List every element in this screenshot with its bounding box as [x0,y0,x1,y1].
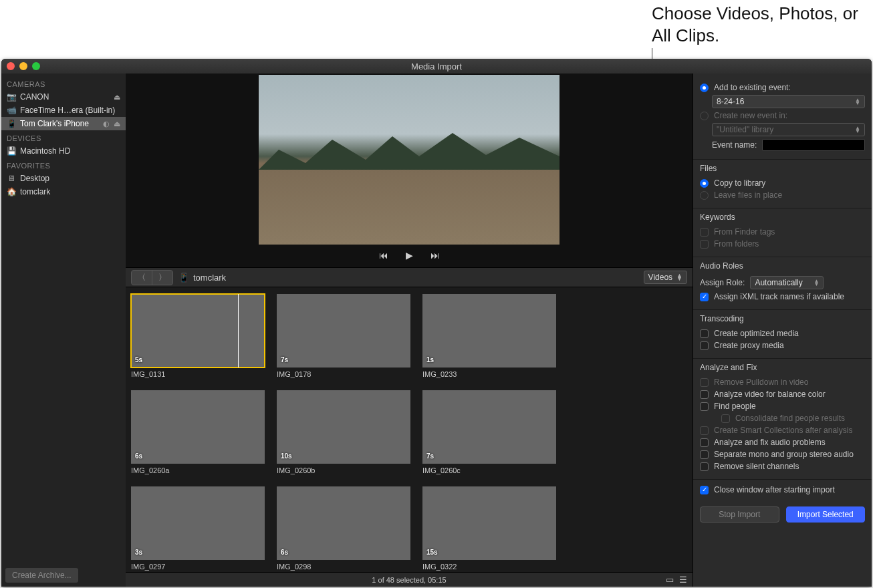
assign-role-select[interactable]: Automatically ▲▼ [750,276,824,289]
sidebar-item-label: tomclark [20,187,120,196]
new-event-value: "Untitled" library [717,125,773,134]
sidebar-item-desktop[interactable]: 🖥 Desktop [1,172,126,185]
create-new-event-row[interactable]: Create new event in: [700,110,865,122]
check-remove-silent[interactable] [700,462,709,471]
check-balance-color[interactable] [700,390,709,399]
window-title: Media Import [1,61,872,71]
clip-duration-badge: 7s [426,452,434,460]
sidebar-item-label: FaceTime H…era (Built-in) [20,106,120,115]
close-window-section: Close window after starting import [693,480,872,502]
new-event-library-select: "Untitled" library ▲▼ [712,123,865,136]
import-selected-button[interactable]: Import Selected [786,506,866,523]
clip-name-label: IMG_0260b [277,464,410,474]
clip-thumbnail[interactable]: 7sIMG_0260c [422,390,556,474]
clip-thumbnail[interactable]: 1sIMG_0233 [422,294,556,378]
optimized-label: Create optimized media [714,329,799,338]
clip-browser[interactable]: 5sIMG_01317sIMG_01781sIMG_02336sIMG_0260… [126,287,693,572]
smart-label: Create Smart Collections after analysis [714,426,852,435]
sidebar-footer: Create Archive... [1,564,126,587]
check-smart-collections[interactable] [700,426,709,435]
prev-frame-button[interactable]: ⏮ [379,250,388,261]
clip-thumbnail[interactable]: 7sIMG_0178 [277,294,410,378]
sidebar-item-canon[interactable]: 📷 CANON ⏏ [1,90,126,104]
sidebar-header-favorites: FAVORITES [1,158,126,172]
existing-event-select[interactable]: 8-24-16 ▲▼ [712,95,865,108]
sidebar-item-label: CANON [20,92,110,102]
clip-thumbnail[interactable]: 10sIMG_0260b [277,390,410,474]
leave-in-place-row[interactable]: Leave files in place [700,189,865,201]
list-view-button[interactable]: ☰ [679,575,687,585]
eject-icon[interactable]: ⏏ [114,93,120,102]
copy-to-library-row[interactable]: Copy to library [700,177,865,189]
stop-import-button[interactable]: Stop Import [700,506,779,523]
close-after-label: Close window after starting import [714,485,835,494]
desktop-icon: 🖥 [7,174,16,183]
keywords-section: Keywords From Finder tags From folders [693,208,872,257]
clip-thumbnail[interactable]: 6sIMG_0298 [277,486,410,571]
finder-tags-label: From Finder tags [714,227,775,237]
check-from-folders[interactable] [700,240,709,249]
preview-video-frame[interactable] [259,75,559,245]
create-archive-button[interactable]: Create Archive... [5,568,78,583]
phone-icon: 📱 [7,119,16,128]
sidebar-item-home[interactable]: 🏠 tomclark [1,185,126,198]
clip-name-label: IMG_0260c [422,464,556,474]
clip-name-label: IMG_0260a [131,464,265,474]
clip-thumbnail[interactable]: 15sIMG_0322 [422,486,556,571]
radio-add-existing[interactable] [700,84,709,92]
add-to-existing-row[interactable]: Add to existing event: [700,82,865,94]
clip-thumbnail[interactable]: 6sIMG_0260a [131,390,265,474]
check-fix-audio[interactable] [700,438,709,447]
path-bar: 〈 〉 📱 tomclark Videos ▲▼ [126,267,693,287]
sidebar-item-facetime[interactable]: 📹 FaceTime H…era (Built-in) [1,104,126,117]
clip-name-label: IMG_0297 [131,560,265,571]
callout-text: Choose Videos, Photos, or All Clips. [652,3,873,46]
clip-thumbnail[interactable]: 5sIMG_0131 [131,294,265,378]
filmstrip-view-button[interactable]: ▭ [666,575,674,585]
next-frame-button[interactable]: ⏭ [430,250,440,261]
sidebar-item-iphone[interactable]: 📱 Tom Clark's iPhone ◐ ⏏ [1,117,126,130]
check-find-people[interactable] [700,402,709,411]
event-section: Add to existing event: 8-24-16 ▲▼ Create… [693,78,872,160]
check-separate-mono[interactable] [700,450,709,459]
check-close-after-import[interactable] [700,486,709,494]
keywords-title: Keywords [700,212,865,222]
radio-leave-in-place[interactable] [700,191,709,200]
radio-create-new[interactable] [700,112,709,120]
transport-controls: ⏮ ▶ ⏭ [374,245,445,266]
sidebar-item-label: Tom Clark's iPhone [20,119,99,128]
check-proxy[interactable] [700,341,709,350]
clip-thumbnail[interactable]: 3sIMG_0297 [131,486,265,571]
chevron-updown-icon: ▲▼ [855,126,860,133]
nav-back-button[interactable]: 〈 [132,271,152,285]
import-options-pane: Add to existing event: 8-24-16 ▲▼ Create… [693,74,872,587]
check-finder-tags[interactable] [700,228,709,237]
camcorder-icon: 📹 [7,106,16,115]
nav-forward-button[interactable]: 〉 [152,271,172,285]
media-import-window: Media Import CAMERAS 📷 CANON ⏏ 📹 FaceTim… [1,59,872,587]
radio-copy-library[interactable] [700,179,709,188]
sidebar-item-macintosh-hd[interactable]: 💾 Macintosh HD [1,144,126,158]
eject-icon[interactable]: ⏏ [114,120,120,128]
clip-image: 3s [131,486,265,560]
check-pulldown[interactable] [700,378,709,387]
existing-event-value: 8-24-16 [717,97,744,106]
check-ixml[interactable] [700,293,709,301]
add-existing-label: Add to existing event: [714,83,791,92]
clip-name-label: IMG_0131 [131,368,265,378]
silent-label: Remove silent channels [714,462,799,471]
status-bar: 1 of 48 selected, 05:15 ▭ ☰ [126,572,693,587]
clip-image: 7s [277,294,410,368]
play-button[interactable]: ▶ [406,250,413,261]
clip-image: 6s [277,486,410,560]
check-optimized[interactable] [700,329,709,338]
camera-icon: 📷 [7,92,16,102]
event-name-input[interactable] [762,139,865,151]
sidebar-header-cameras: CAMERAS [1,76,126,90]
nav-back-forward: 〈 〉 [131,270,173,285]
clip-image: 7s [422,390,556,464]
busy-icon: ◐ [103,120,110,128]
center-pane: ⏮ ▶ ⏭ 〈 〉 📱 tomclark Videos ▲▼ [126,74,693,587]
media-filter-popup[interactable]: Videos ▲▼ [644,271,687,284]
path-location[interactable]: 📱 tomclark [178,273,226,283]
